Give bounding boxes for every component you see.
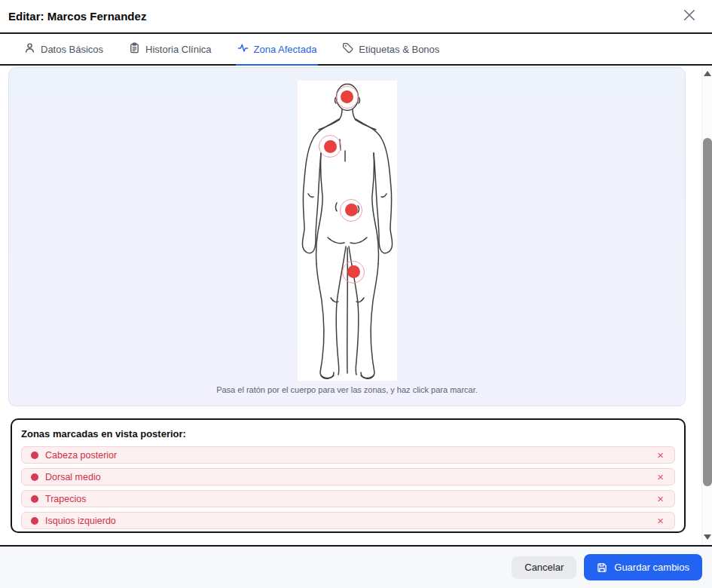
scroll-down-arrow-icon[interactable] [704, 534, 711, 540]
marked-zones-title: Zonas marcadas en vista posterior: [21, 428, 675, 439]
close-icon [683, 9, 695, 23]
save-button-label: Guardar cambios [614, 562, 689, 573]
zone-dot-icon [31, 495, 38, 503]
marker-dot [341, 90, 353, 103]
tab-content: Pasa el ratón por el cuerpo para ver las… [0, 67, 701, 545]
marked-zones-panel: Zonas marcadas en vista posterior: Cabez… [11, 418, 686, 533]
scroll-up-arrow-icon[interactable] [704, 71, 711, 76]
body-outline-drawing [298, 81, 397, 381]
cancel-button[interactable]: Cancelar [512, 556, 576, 579]
zone-row-trapecios: Trapecios × [21, 490, 675, 507]
zone-row-dorsal-medio: Dorsal medio × [21, 468, 675, 485]
tab-label: Datos Básicos [41, 44, 103, 55]
zone-dot-icon [31, 473, 38, 481]
body-map-caption: Pasa el ratón por el cuerpo para ver las… [9, 385, 685, 394]
body-map-panel: Pasa el ratón por el cuerpo para ver las… [8, 67, 686, 406]
edit-client-modal: Editar: Marcos Fernandez Datos Básicos H… [0, 0, 712, 588]
clipboard-icon [129, 42, 140, 56]
zone-label: Cabeza posterior [45, 450, 117, 461]
tab-historia-clinica[interactable]: Historia Clínica [127, 34, 212, 66]
tab-zona-afectada[interactable]: Zona Afectada [236, 34, 319, 66]
tab-label: Etiquetas & Bonos [359, 44, 439, 55]
zone-row-cabeza-posterior: Cabeza posterior × [21, 446, 675, 464]
vertical-scrollbar[interactable] [701, 67, 712, 545]
zone-row-isquios-izquierdo: Isquios izquierdo × [21, 512, 675, 529]
tab-datos-basicos[interactable]: Datos Básicos [23, 34, 105, 66]
remove-zone-button[interactable]: × [655, 471, 665, 482]
modal-footer: Cancelar Guardar cambios [0, 545, 712, 588]
user-icon [24, 42, 35, 56]
modal-header: Editar: Marcos Fernandez [0, 0, 712, 34]
body-marker-dorsal-medio[interactable] [340, 199, 362, 222]
body-diagram-posterior[interactable] [298, 81, 397, 381]
tab-bar: Datos Básicos Historia Clínica Zona Afec… [0, 34, 712, 66]
zone-label: Isquios izquierdo [45, 516, 116, 526]
marker-dot [324, 140, 337, 153]
remove-zone-button[interactable]: × [655, 515, 665, 526]
body-marker-trapecios[interactable] [319, 135, 341, 158]
marker-dot [345, 204, 358, 216]
zone-label: Dorsal medio [45, 472, 101, 482]
tag-icon [342, 42, 353, 56]
scrollbar-thumb[interactable] [703, 138, 712, 486]
zone-dot-icon [31, 452, 38, 459]
tab-label: Zona Afectada [254, 44, 317, 55]
body-marker-isquios-izquierdo[interactable] [342, 261, 365, 283]
close-button[interactable] [682, 8, 697, 25]
body-marker-cabeza-posterior[interactable] [336, 86, 359, 109]
page-title: Editar: Marcos Fernandez [8, 10, 146, 23]
activity-icon [237, 42, 249, 56]
zone-label: Trapecios [45, 494, 86, 504]
zone-dot-icon [31, 517, 38, 525]
marker-dot [347, 265, 360, 278]
save-button[interactable]: Guardar cambios [584, 554, 702, 580]
tab-etiquetas-bonos[interactable]: Etiquetas & Bonos [341, 34, 441, 66]
save-icon [597, 562, 607, 573]
tab-label: Historia Clínica [145, 44, 211, 55]
remove-zone-button[interactable]: × [655, 449, 665, 461]
remove-zone-button[interactable]: × [655, 493, 665, 504]
